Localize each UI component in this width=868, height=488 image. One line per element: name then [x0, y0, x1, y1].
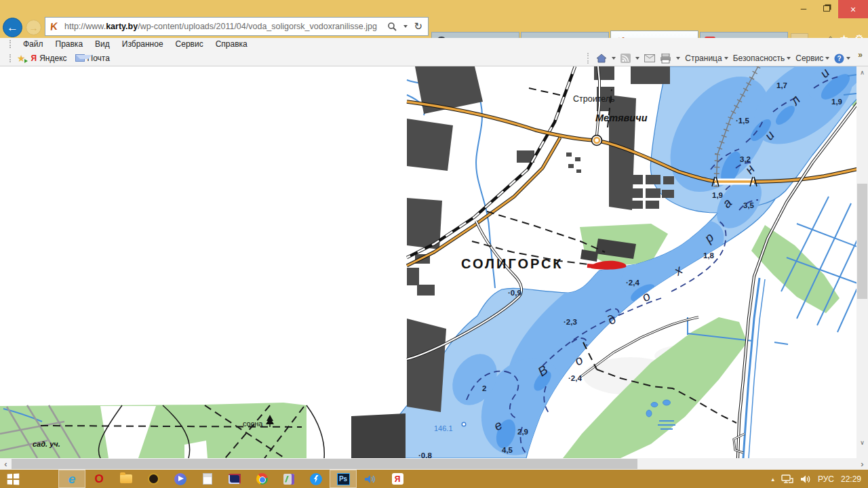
toolbar-grip	[9, 40, 12, 48]
restore-button[interactable]	[815, 0, 838, 15]
tray-expand-icon[interactable]: ▴	[771, 476, 774, 483]
volume-icon[interactable]	[800, 474, 811, 484]
restore-icon	[823, 5, 830, 12]
menu-help[interactable]: Справка	[210, 39, 254, 49]
map-depth-mark: ·0,8	[418, 451, 432, 458]
site-favicon-icon: K	[50, 21, 60, 32]
map-depth-mark: ·2,4	[626, 279, 639, 287]
scroll-right-icon[interactable]: ›	[856, 458, 868, 470]
taskbar-notepad[interactable]	[194, 470, 221, 488]
map-depth-mark: ·2,3	[564, 318, 577, 326]
chrome-icon	[256, 473, 268, 485]
map-depth-mark: 1,9	[712, 191, 723, 199]
windows-logo-icon	[7, 473, 19, 484]
page-menu[interactable]: Страница	[685, 54, 728, 63]
menu-bar: Файл Правка Вид Избранное Сервис Справка	[0, 38, 868, 50]
navigation-bar: ← → K http://www.karty.by/wp-content/upl…	[0, 14, 868, 38]
search-dropdown-icon[interactable]	[400, 18, 411, 35]
map-depth-mark: 1,8	[703, 251, 715, 260]
svg-text:?: ?	[837, 55, 842, 62]
clock[interactable]: 22:29	[841, 474, 861, 484]
security-menu[interactable]: Безопасность	[733, 54, 791, 63]
refresh-icon[interactable]: ↻	[411, 20, 428, 33]
menu-tools[interactable]: Сервис	[170, 39, 210, 49]
map-label-city: СОЛИГОРСК	[461, 256, 564, 271]
lightning-icon	[310, 473, 322, 485]
print-icon[interactable]	[660, 54, 671, 64]
taskbar-aimp[interactable]	[140, 470, 167, 488]
map-depth-mark: 1,9	[831, 98, 842, 106]
command-bar: Страница Безопасность Сервис ? »	[587, 50, 863, 66]
read-mail-icon[interactable]	[644, 54, 655, 62]
url-text[interactable]: http://www.karty.by/wp-content/uploads/2…	[64, 22, 384, 31]
yandex-favicon-icon: Я	[31, 54, 37, 63]
taskbar-chrome[interactable]	[248, 470, 275, 488]
opera-icon: O	[94, 472, 103, 486]
menu-file[interactable]: Файл	[17, 39, 50, 49]
address-bar[interactable]: K http://www.karty.by/wp-content/uploads…	[45, 17, 429, 36]
menu-edit[interactable]: Правка	[50, 39, 90, 49]
dropdown-icon[interactable]	[635, 57, 639, 60]
map-label-settlement: Метявичи	[595, 113, 648, 123]
taskbar-kmplayer[interactable]	[167, 470, 194, 488]
toolbar-separator	[587, 53, 589, 64]
taskbar-photoshop[interactable]: Ps	[330, 470, 357, 488]
taskbar-file-explorer[interactable]	[113, 470, 140, 488]
scroll-down-icon[interactable]: ∨	[856, 436, 868, 448]
rss-icon[interactable]	[620, 54, 631, 63]
map-depth-mark: 4,5	[502, 446, 513, 454]
document-icon	[203, 473, 212, 485]
back-button[interactable]: ←	[3, 18, 22, 37]
water-level-point	[462, 422, 466, 426]
map-image[interactable]: СОЛИГОРСКСтроительМетявичисоснасад. уч.1…	[0, 66, 868, 458]
language-indicator[interactable]: РУС	[818, 474, 834, 484]
start-button[interactable]	[0, 470, 26, 488]
taskbar-media-app[interactable]	[221, 470, 248, 488]
home-page-icon[interactable]	[596, 54, 607, 63]
play-icon	[174, 473, 186, 485]
mail-favicon-icon	[75, 54, 85, 62]
help-menu[interactable]: ?	[834, 54, 850, 64]
map-depth-mark: ·2,4	[568, 374, 582, 382]
menu-favorites[interactable]: Избранное	[116, 39, 170, 49]
scroll-left-icon[interactable]: ‹	[0, 458, 12, 470]
taskbar-daemon[interactable]	[302, 470, 330, 488]
toolbar-overflow-icon[interactable]: »	[858, 50, 863, 60]
speaker-icon	[364, 474, 376, 485]
taskbar-ie[interactable]: e	[58, 470, 85, 488]
add-favorite-icon[interactable]: ★	[17, 53, 26, 64]
winamp-icon	[283, 474, 294, 485]
map-depth-mark: 3,2	[740, 155, 751, 163]
taskbar-volume-app[interactable]	[357, 470, 384, 488]
horizontal-scrollbar[interactable]: ‹ ›	[0, 458, 868, 470]
taskbar: e O Ps Я ▴ РУС 22:29	[0, 470, 868, 488]
aimp-icon	[148, 473, 159, 485]
map-label: сад. уч.	[33, 440, 60, 448]
desktop: – × ← → K http://www.karty.by/wp-content…	[0, 0, 868, 488]
favorite-yandex[interactable]: Яндекс	[39, 54, 66, 63]
dropdown-icon[interactable]	[676, 57, 680, 60]
vertical-scrollbar[interactable]: ∧ ∨	[856, 66, 868, 458]
forward-button[interactable]: →	[26, 20, 41, 35]
photoshop-icon: Ps	[337, 473, 350, 485]
search-icon[interactable]	[384, 18, 400, 35]
map-label-settlement: Строитель	[573, 94, 615, 104]
system-tray: ▴ РУС 22:29	[771, 474, 868, 484]
map-depth-mark: 2	[482, 384, 486, 392]
dropdown-icon[interactable]	[612, 57, 616, 60]
scroll-up-icon[interactable]: ∧	[856, 66, 868, 78]
vertical-scrollbar-thumb[interactable]	[857, 184, 867, 299]
taskbar-yandex[interactable]: Я	[384, 470, 411, 488]
network-icon[interactable]	[781, 474, 793, 484]
tools-menu[interactable]: Сервис	[795, 54, 829, 63]
roundabout	[592, 136, 602, 146]
map-water-level-label: 146.1	[434, 424, 453, 432]
map-depth-mark: ·0,9	[508, 289, 521, 297]
minimize-button[interactable]: –	[792, 0, 815, 15]
horizontal-scrollbar-thumb[interactable]	[12, 459, 637, 469]
taskbar-opera[interactable]: O	[85, 470, 113, 488]
ie-icon: e	[68, 472, 76, 487]
menu-view[interactable]: Вид	[89, 39, 116, 49]
media-icon	[229, 474, 241, 484]
taskbar-winamp[interactable]	[275, 470, 302, 488]
